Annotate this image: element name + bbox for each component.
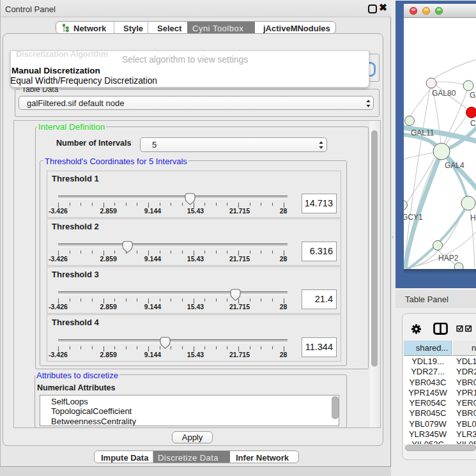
svg-text:GAL80: GAL80 bbox=[432, 89, 456, 98]
svg-text:GA: GA bbox=[470, 91, 476, 100]
svg-text:HAP2: HAP2 bbox=[438, 254, 459, 263]
svg-text:CA: CA bbox=[470, 119, 476, 128]
svg-text:HA: HA bbox=[470, 213, 476, 222]
svg-text:GCY1: GCY1 bbox=[404, 213, 423, 222]
svg-text:GAL4: GAL4 bbox=[445, 161, 464, 170]
svg-text:GAL11: GAL11 bbox=[411, 128, 434, 137]
